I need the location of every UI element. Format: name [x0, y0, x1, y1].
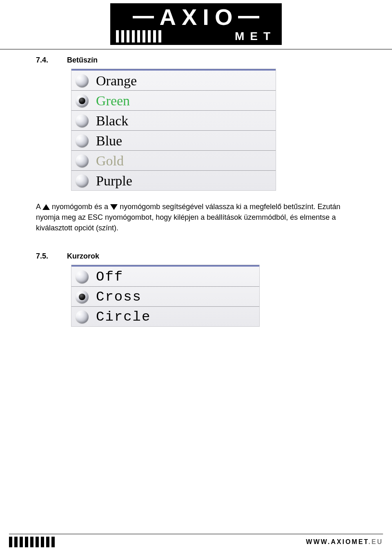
radio-icon[interactable]	[76, 310, 89, 323]
page: A X I O MET 7.4. Betűszín	[0, 0, 392, 553]
logo-letter: A	[160, 6, 176, 29]
logo-bottom-row: MET	[110, 29, 282, 43]
option-row-off[interactable]: Off	[71, 267, 259, 287]
option-row-orange[interactable]: Orange	[71, 71, 276, 91]
radio-icon[interactable]	[76, 154, 89, 167]
cursor-options-panel: Off Cross Circle	[71, 265, 260, 327]
option-label: Green	[96, 93, 130, 109]
section-heading: 7.5. Kurzorok	[36, 252, 356, 261]
option-row-black[interactable]: Black	[71, 111, 276, 131]
radio-icon[interactable]	[76, 134, 89, 147]
footer-rule	[9, 534, 383, 534]
option-row-cross[interactable]: Cross	[71, 287, 259, 307]
logo-bar-right	[238, 16, 259, 18]
option-label: Gold	[96, 153, 124, 169]
footer-url-main: WWW.AXIOMET	[306, 538, 368, 545]
logo-box: A X I O MET	[110, 3, 282, 45]
color-options-panel: Orange Green Black Blue Gold Purple	[71, 69, 276, 191]
section-heading: 7.4. Betűszín	[36, 56, 356, 65]
footer-stripes-icon	[9, 537, 55, 547]
option-label: Off	[96, 269, 123, 285]
logo-letter: X	[182, 6, 197, 29]
down-arrow-icon	[110, 204, 118, 210]
option-row-purple[interactable]: Purple	[71, 171, 276, 190]
option-row-green[interactable]: Green	[71, 91, 276, 111]
logo-bar-left	[133, 16, 154, 18]
logo-stripes	[116, 30, 161, 42]
logo-letter: O	[215, 6, 233, 29]
option-row-circle[interactable]: Circle	[71, 307, 259, 326]
option-label: Blue	[96, 133, 122, 149]
option-label: Black	[96, 113, 128, 129]
logo-top-row: A X I O	[110, 6, 282, 29]
logo-letter: I	[203, 6, 209, 29]
section-title: Betűszín	[67, 56, 98, 65]
up-arrow-icon	[42, 204, 50, 210]
option-label: Circle	[96, 309, 151, 325]
option-label: Orange	[96, 73, 137, 89]
option-row-blue[interactable]: Blue	[71, 131, 276, 151]
radio-icon[interactable]	[76, 94, 89, 107]
section-number: 7.4.	[36, 56, 52, 65]
brand-logo: A X I O MET	[0, 0, 392, 45]
option-label: Cross	[96, 289, 142, 305]
radio-icon[interactable]	[76, 270, 89, 283]
radio-icon[interactable]	[76, 174, 89, 187]
logo-subword: MET	[235, 30, 276, 42]
option-row-gold[interactable]: Gold	[71, 151, 276, 171]
para-part: nyomógomb és a	[52, 203, 110, 211]
radio-icon[interactable]	[76, 114, 89, 127]
section-title: Kurzorok	[67, 252, 99, 261]
para-part: A	[36, 203, 42, 211]
instruction-paragraph: A nyomógomb és a nyomógomb segítségével …	[36, 201, 356, 233]
footer-url: WWW.AXIOMET.EU	[306, 538, 383, 546]
section-number: 7.5.	[36, 252, 52, 261]
content: 7.4. Betűszín Orange Green Black Blue	[0, 49, 392, 327]
radio-icon[interactable]	[76, 290, 89, 303]
radio-icon[interactable]	[76, 74, 89, 87]
footer-row: WWW.AXIOMET.EU	[9, 537, 383, 547]
option-label: Purple	[96, 173, 132, 189]
page-footer: WWW.AXIOMET.EU	[0, 534, 392, 547]
footer-url-tld: .EU	[368, 538, 383, 545]
